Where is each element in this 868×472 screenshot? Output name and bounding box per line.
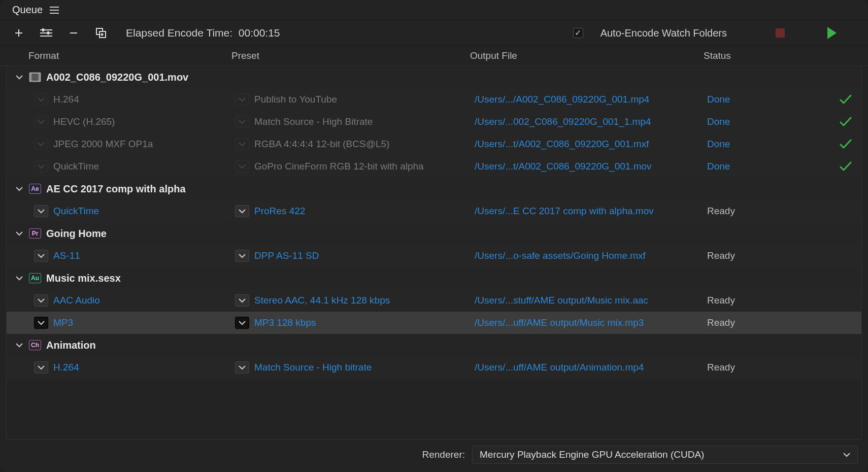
output-file-link[interactable]: /Users/...002_C086_09220G_001_1.mp4 [475, 116, 651, 127]
preset-link[interactable]: MP3 128 kbps [254, 317, 316, 328]
preset-dropdown[interactable] [235, 294, 249, 307]
preset-dropdown[interactable] [235, 361, 249, 374]
output-file-link[interactable]: /Users/...o-safe assets/Going Home.mxf [475, 250, 646, 261]
stop-queue-button[interactable] [776, 28, 785, 38]
format-value: H.264 [53, 94, 79, 105]
encode-job-row[interactable]: HEVC (H.265)Match Source - High Bitrate/… [7, 111, 861, 133]
source-app-badge: Ch [29, 340, 41, 350]
output-file-link[interactable]: /Users/.../A002_C086_09220G_001.mp4 [475, 94, 649, 105]
source-group-row[interactable]: AuMusic mix.sesx [7, 267, 861, 289]
preset-value: Publish to YouTube [254, 94, 337, 105]
preset-dropdown[interactable] [235, 116, 249, 128]
expand-toggle-icon[interactable] [16, 343, 24, 348]
auto-encode-label: Auto-Encode Watch Folders [600, 27, 727, 39]
expand-toggle-icon[interactable] [16, 75, 24, 80]
format-dropdown[interactable] [34, 138, 48, 150]
format-dropdown[interactable] [34, 205, 48, 217]
queue-panel: Queue + Elapsed Encode Time: 00: [0, 0, 868, 472]
toolbar: + Elapsed Encode Time: 00:00:15 Auto-Enc… [0, 20, 868, 46]
auto-encode-checkbox[interactable] [573, 28, 583, 38]
output-file-link[interactable]: /Users/...t/A002_C086_09220G_001.mxf [475, 139, 649, 150]
source-title: Animation [46, 340, 96, 351]
remove-button[interactable] [67, 26, 80, 40]
output-file-link[interactable]: /Users/...t/A002_C086_09220G_001.mov [475, 161, 652, 172]
settings-sliders-button[interactable]: + [40, 26, 53, 40]
svg-text:+: + [51, 33, 52, 38]
source-app-badge: Ae [29, 184, 41, 194]
encode-job-row[interactable]: AAC AudioStereo AAC, 44.1 kHz 128 kbps/U… [7, 289, 861, 312]
encode-job-row[interactable]: QuickTimeProRes 422/Users/...E CC 2017 c… [7, 200, 861, 222]
encode-job-row[interactable]: QuickTimeGoPro CineForm RGB 12-bit with … [7, 155, 861, 178]
col-header-status[interactable]: Status [704, 50, 868, 61]
format-link[interactable]: MP3 [53, 317, 73, 328]
col-header-format[interactable]: Format [28, 50, 231, 61]
source-title: A002_C086_09220G_001.mov [46, 72, 188, 83]
expand-toggle-icon[interactable] [16, 231, 24, 236]
format-value: JPEG 2000 MXF OP1a [53, 139, 153, 150]
add-source-button[interactable] [12, 26, 25, 40]
source-app-badge: Au [29, 273, 41, 283]
format-link[interactable]: H.264 [53, 362, 79, 373]
encode-job-row[interactable]: H.264Match Source - High bitrate/Users/.… [7, 356, 861, 379]
source-title: Going Home [46, 228, 107, 240]
renderer-value: Mercury Playback Engine GPU Acceleration… [480, 449, 704, 460]
output-file-link[interactable]: /Users/...uff/AME output/Animation.mp4 [475, 362, 644, 373]
column-headers: Format Preset Output File Status [0, 46, 868, 66]
queue-list[interactable]: A002_C086_09220G_001.movH.264Publish to … [6, 66, 862, 440]
duplicate-button[interactable] [94, 26, 108, 40]
format-link[interactable]: AS-11 [53, 250, 80, 261]
encode-job-row[interactable]: AS-11DPP AS-11 SD/Users/...o-safe assets… [7, 245, 861, 267]
format-dropdown[interactable] [34, 93, 48, 106]
status-text: Done [707, 139, 730, 150]
format-link[interactable]: QuickTime [53, 206, 99, 217]
preset-link[interactable]: DPP AS-11 SD [254, 250, 319, 261]
done-check-icon [839, 139, 852, 150]
col-header-output[interactable]: Output File [470, 50, 704, 61]
svg-rect-7 [38, 73, 40, 81]
format-link[interactable]: AAC Audio [53, 295, 100, 306]
format-dropdown[interactable] [34, 160, 48, 173]
preset-dropdown[interactable] [235, 93, 249, 106]
preset-dropdown[interactable] [235, 160, 249, 173]
source-group-row[interactable]: AeAE CC 2017 comp with alpha [7, 178, 861, 200]
done-check-icon [839, 161, 852, 172]
format-dropdown[interactable] [34, 294, 48, 307]
elapsed-encode-label: Elapsed Encode Time: 00:00:15 [126, 27, 280, 39]
format-dropdown[interactable] [34, 361, 48, 374]
col-header-preset[interactable]: Preset [231, 50, 470, 61]
status-text: Ready [707, 362, 735, 373]
output-file-link[interactable]: /Users/...stuff/AME output/Music mix.aac [475, 295, 648, 306]
expand-toggle-icon[interactable] [16, 186, 24, 191]
preset-dropdown[interactable] [235, 138, 249, 150]
renderer-dropdown[interactable]: Mercury Playback Engine GPU Acceleration… [472, 446, 858, 464]
renderer-label: Renderer: [422, 449, 465, 460]
preset-dropdown[interactable] [235, 205, 249, 217]
source-title: AE CC 2017 comp with alpha [46, 183, 186, 195]
output-file-link[interactable]: /Users/...E CC 2017 comp with alpha.mov [475, 206, 654, 217]
source-group-row[interactable]: A002_C086_09220G_001.mov [7, 66, 861, 88]
status-text: Ready [707, 317, 735, 328]
preset-value: RGBA 4:4:4:4 12-bit (BCS@L5) [254, 139, 389, 150]
output-file-link[interactable]: /Users/...uff/AME output/Music mix.mp3 [475, 317, 644, 328]
preset-link[interactable]: ProRes 422 [254, 206, 305, 217]
preset-link[interactable]: Stereo AAC, 44.1 kHz 128 kbps [254, 295, 390, 306]
source-group-row[interactable]: ChAnimation [7, 334, 861, 356]
status-text: Ready [707, 206, 735, 217]
encode-job-row[interactable]: H.264Publish to YouTube/Users/.../A002_C… [7, 88, 861, 111]
format-value: HEVC (H.265) [53, 116, 115, 127]
format-dropdown[interactable] [34, 317, 48, 329]
expand-toggle-icon[interactable] [16, 276, 24, 281]
preset-dropdown[interactable] [235, 250, 249, 262]
encode-job-row[interactable]: MP3MP3 128 kbps/Users/...uff/AME output/… [7, 312, 861, 334]
format-dropdown[interactable] [34, 250, 48, 262]
status-text: Done [707, 116, 730, 127]
preset-link[interactable]: Match Source - High bitrate [254, 362, 372, 373]
encode-job-row[interactable]: JPEG 2000 MXF OP1aRGBA 4:4:4:4 12-bit (B… [7, 133, 861, 155]
status-text: Done [707, 161, 730, 172]
panel-menu-icon[interactable] [50, 7, 59, 14]
source-group-row[interactable]: PrGoing Home [7, 222, 861, 245]
status-text: Ready [707, 250, 735, 261]
preset-dropdown[interactable] [235, 317, 249, 329]
start-queue-button[interactable] [827, 27, 837, 39]
format-dropdown[interactable] [34, 116, 48, 128]
